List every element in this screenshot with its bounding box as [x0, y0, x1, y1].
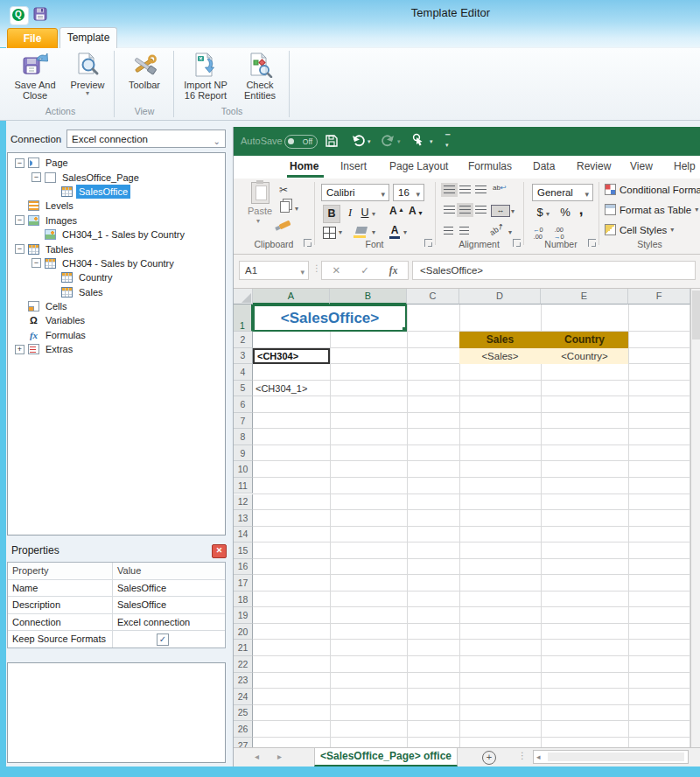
- row-header-27[interactable]: 27: [234, 738, 253, 747]
- tree-item-extras[interactable]: +Extras: [8, 342, 225, 356]
- vertical-scrollbar[interactable]: [690, 289, 700, 747]
- property-value[interactable]: SalesOffice: [113, 597, 225, 613]
- increase-font-icon[interactable]: A▲: [389, 206, 397, 216]
- excel-tab-review[interactable]: Review: [577, 160, 611, 172]
- currency-button[interactable]: $: [535, 206, 545, 219]
- toolbar-button[interactable]: Toolbar: [121, 50, 168, 90]
- comma-button[interactable]: ,: [577, 201, 585, 219]
- underline-caret[interactable]: ▾: [372, 210, 375, 218]
- orientation-icon[interactable]: ab↗: [488, 221, 506, 237]
- keep-source-formats-checkbox[interactable]: ✓: [157, 634, 169, 646]
- tree-item-images[interactable]: −Images: [8, 214, 225, 228]
- row-header-12[interactable]: 12: [234, 494, 253, 511]
- tree-item-country[interactable]: −Country: [8, 270, 225, 284]
- excel-tab-insert[interactable]: Insert: [340, 160, 367, 172]
- conditional-formatting-button[interactable]: Conditional Formatting▾: [605, 184, 700, 195]
- spreadsheet-grid[interactable]: ABCDEF1234567891011121314151617181920212…: [234, 289, 690, 747]
- align-right-icon[interactable]: [475, 206, 486, 214]
- align-bottom-icon[interactable]: [475, 186, 486, 194]
- format-as-table-button[interactable]: Format as Table▾: [605, 204, 698, 215]
- check-entities-button[interactable]: Check Entities: [234, 50, 285, 101]
- cell-styles-button[interactable]: Cell Styles▾: [605, 224, 674, 235]
- row-header-16[interactable]: 16: [234, 559, 253, 576]
- tree-item-ch304-sales-by-country[interactable]: −CH304 - Sales by Country: [8, 256, 225, 270]
- cell-a3[interactable]: <CH304>: [253, 348, 330, 365]
- cell-a5[interactable]: <CH304_1>: [253, 381, 330, 397]
- align-center-icon[interactable]: [459, 206, 471, 214]
- enter-icon[interactable]: ✓: [360, 262, 369, 279]
- excel-tab-help[interactable]: Help: [674, 160, 696, 172]
- minus-expander-icon[interactable]: −: [32, 258, 41, 268]
- borders-icon[interactable]: [323, 227, 336, 239]
- cell-a1-b1[interactable]: <SalesOffice>: [253, 304, 407, 332]
- italic-button[interactable]: I: [344, 205, 356, 221]
- tree-item-sales[interactable]: −Sales: [8, 285, 225, 299]
- new-sheet-icon[interactable]: +: [482, 751, 496, 765]
- row-header-25[interactable]: 25: [234, 705, 253, 722]
- property-value[interactable]: ✓: [113, 631, 225, 648]
- formula-input[interactable]: <SalesOffice>: [412, 261, 696, 280]
- cut-icon[interactable]: ✂: [279, 184, 288, 196]
- row-header-17[interactable]: 17: [234, 575, 253, 592]
- row-header-9[interactable]: 9: [234, 445, 253, 462]
- customize-qat-icon[interactable]: ▔▾: [445, 135, 450, 149]
- row-header-24[interactable]: 24: [234, 689, 253, 705]
- redo-icon[interactable]: [381, 134, 396, 151]
- row-header-11[interactable]: 11: [234, 478, 253, 494]
- decrease-font-icon[interactable]: A▼: [409, 206, 416, 216]
- tree-item-variables[interactable]: −ΩVariables: [8, 313, 225, 327]
- row-header-19[interactable]: 19: [234, 607, 253, 624]
- select-all-corner[interactable]: [234, 289, 253, 304]
- row-header-5[interactable]: 5: [234, 381, 253, 397]
- quick-save-icon[interactable]: [33, 7, 47, 24]
- row-header-1[interactable]: 1: [234, 304, 253, 332]
- minus-expander-icon[interactable]: −: [15, 215, 24, 225]
- name-box[interactable]: A1▾: [239, 261, 309, 280]
- row-header-18[interactable]: 18: [234, 592, 253, 608]
- column-header-a[interactable]: A: [253, 289, 330, 304]
- row-header-7[interactable]: 7: [234, 413, 253, 430]
- column-header-d[interactable]: D: [459, 289, 541, 304]
- column-header-f[interactable]: F: [628, 289, 690, 304]
- merge-center-icon[interactable]: ↔: [491, 205, 510, 217]
- row-header-21[interactable]: 21: [234, 640, 253, 656]
- import-np16-button[interactable]: Import NP 16 Report: [178, 50, 233, 101]
- touch-mode-caret[interactable]: ▾: [430, 138, 433, 145]
- row-header-2[interactable]: 2: [234, 332, 253, 348]
- tree-item-page[interactable]: −Page: [8, 156, 225, 170]
- save-and-close-button[interactable]: Save And Close: [9, 50, 61, 101]
- undo-icon[interactable]: [351, 134, 366, 151]
- tab-file[interactable]: File: [7, 28, 58, 49]
- prev-sheet-icon[interactable]: ◂: [255, 752, 259, 761]
- excel-tab-data[interactable]: Data: [533, 160, 555, 172]
- preview-dropdown-caret[interactable]: ▾: [65, 90, 110, 97]
- sheet-tab[interactable]: <SalesOffice_Page> office: [314, 748, 458, 766]
- connection-select[interactable]: Excel connection ⌄: [66, 130, 226, 148]
- close-icon[interactable]: ✕: [212, 544, 227, 558]
- minus-expander-icon[interactable]: −: [32, 172, 41, 182]
- row-header-14[interactable]: 14: [234, 527, 253, 543]
- row-header-22[interactable]: 22: [234, 656, 253, 673]
- row-header-15[interactable]: 15: [234, 542, 253, 559]
- font-color-icon[interactable]: A: [389, 226, 400, 239]
- minus-expander-icon[interactable]: −: [15, 244, 24, 254]
- number-format-select[interactable]: General▾: [532, 184, 593, 201]
- copy-dropdown-caret[interactable]: ▾: [295, 205, 298, 213]
- tree-item-tables[interactable]: −Tables: [8, 242, 225, 256]
- orientation-caret[interactable]: ▾: [508, 228, 512, 236]
- align-middle-icon[interactable]: [459, 186, 471, 194]
- column-header-b[interactable]: B: [330, 289, 407, 304]
- cell-d2[interactable]: Sales: [459, 332, 541, 348]
- minus-expander-icon[interactable]: −: [15, 158, 24, 168]
- tree-item-levels[interactable]: −Levels: [8, 199, 225, 213]
- font-color-caret[interactable]: ▾: [403, 228, 407, 236]
- column-header-c[interactable]: C: [407, 289, 459, 304]
- row-header-26[interactable]: 26: [234, 721, 253, 738]
- preview-button[interactable]: Preview ▾: [65, 50, 110, 97]
- wrap-text-icon[interactable]: ab↩: [493, 184, 507, 192]
- plus-expander-icon[interactable]: +: [15, 345, 24, 354]
- horizontal-scrollbar[interactable]: ◂: [533, 750, 689, 764]
- property-value[interactable]: Excel connection: [113, 614, 225, 631]
- cell-d3[interactable]: <Sales>: [459, 348, 541, 365]
- scrollbar-thumb[interactable]: [548, 752, 684, 761]
